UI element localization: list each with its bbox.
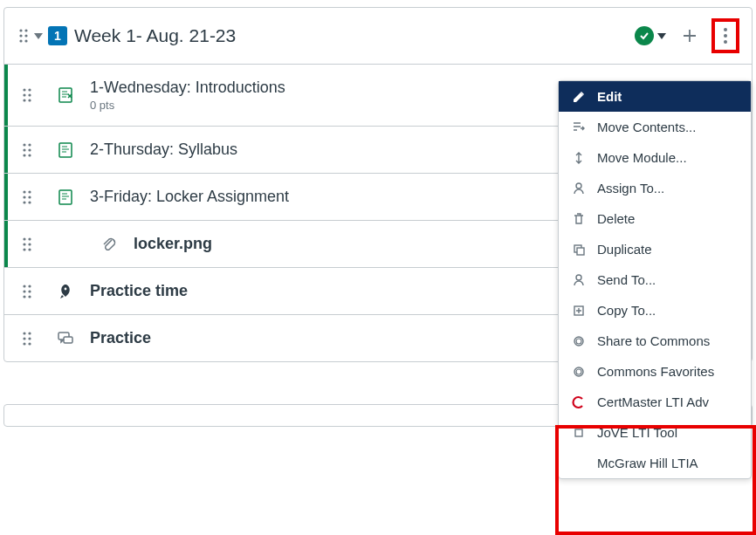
add-item-button[interactable] — [682, 28, 698, 44]
drag-handle-icon[interactable] — [18, 28, 34, 44]
svg-point-5 — [24, 39, 27, 42]
menu-label: Commons Favorites — [597, 364, 714, 379]
svg-point-28 — [28, 201, 31, 203]
commons-icon — [571, 365, 587, 379]
svg-point-11 — [23, 93, 25, 96]
drag-handle-icon[interactable] — [22, 189, 38, 205]
chevron-down-icon — [657, 31, 666, 40]
svg-point-18 — [23, 148, 25, 151]
svg-point-35 — [28, 248, 31, 250]
svg-point-42 — [65, 287, 67, 290]
check-circle-icon — [635, 26, 654, 45]
menu-item-assign-to[interactable]: Assign To... — [559, 173, 751, 203]
item-title: Practice — [90, 329, 151, 347]
drag-handle-icon[interactable] — [22, 142, 38, 158]
menu-label: Duplicate — [597, 242, 652, 257]
svg-point-34 — [23, 248, 25, 250]
svg-point-40 — [23, 295, 25, 298]
trash-icon — [571, 212, 587, 226]
item-body: 1-Wednesday: Introductions 0 pts — [90, 79, 285, 112]
drag-handle-icon[interactable] — [22, 284, 38, 299]
menu-label: CertMaster LTI Adv — [597, 394, 709, 409]
svg-point-45 — [23, 337, 25, 340]
page-icon — [53, 86, 78, 104]
svg-point-30 — [23, 237, 25, 240]
svg-point-16 — [23, 143, 25, 146]
published-status[interactable] — [635, 26, 666, 45]
commons-icon — [571, 334, 587, 348]
module-options-button[interactable] — [713, 20, 738, 51]
move-module-icon — [571, 151, 587, 165]
module-options-menu: Edit Move Contents... Move Module... Ass… — [558, 80, 752, 479]
menu-label: Move Contents... — [597, 120, 696, 134]
module-header: 1 Week 1- Aug. 21-23 — [4, 8, 752, 65]
menu-item-move-contents[interactable]: Move Contents... — [559, 112, 751, 142]
svg-point-6 — [724, 28, 727, 31]
svg-point-9 — [23, 88, 25, 91]
module-title: Week 1- Aug. 21-23 — [74, 25, 236, 46]
menu-item-copy-to[interactable]: Copy To... — [559, 295, 751, 326]
svg-point-44 — [28, 332, 31, 334]
certmaster-icon — [571, 395, 587, 409]
menu-item-move-module[interactable]: Move Module... — [559, 142, 751, 173]
svg-rect-22 — [59, 143, 72, 157]
menu-item-send-to[interactable]: Send To... — [559, 264, 751, 295]
menu-item-delete[interactable]: Delete — [559, 203, 751, 234]
svg-point-26 — [28, 195, 31, 198]
svg-point-46 — [28, 337, 31, 340]
menu-label: Share to Commons — [597, 333, 710, 348]
jove-icon — [571, 426, 587, 440]
drag-handle-icon[interactable] — [22, 331, 38, 346]
module-actions — [635, 20, 738, 51]
menu-label: Edit — [597, 89, 622, 104]
svg-point-54 — [576, 275, 581, 280]
menu-item-edit[interactable]: Edit — [559, 81, 751, 112]
svg-point-25 — [23, 195, 25, 198]
page-icon — [53, 189, 78, 206]
svg-point-4 — [19, 39, 22, 42]
item-title: 3-Friday: Locker Assignment — [90, 188, 289, 206]
user-icon — [571, 273, 587, 287]
collapse-caret-icon[interactable] — [34, 31, 48, 40]
menu-item-jove[interactable]: JoVE LTI Tool — [559, 417, 751, 448]
attachment-icon — [97, 236, 121, 253]
svg-rect-29 — [59, 190, 72, 204]
svg-point-0 — [19, 29, 22, 31]
svg-point-1 — [24, 29, 27, 31]
item-subtitle: 0 pts — [90, 99, 285, 112]
item-body: Practice time — [90, 282, 188, 300]
svg-point-3 — [24, 34, 27, 37]
svg-point-10 — [28, 88, 31, 91]
user-icon — [571, 182, 587, 195]
menu-item-duplicate[interactable]: Duplicate — [559, 234, 751, 264]
item-body: 2-Thursday: Syllabus — [90, 141, 237, 159]
svg-point-14 — [28, 99, 31, 101]
item-title: Practice time — [90, 282, 188, 300]
svg-point-27 — [23, 201, 25, 203]
menu-label: Send To... — [597, 272, 656, 287]
menu-label: Move Module... — [597, 150, 687, 165]
menu-label: McGraw Hill LTIA — [597, 456, 698, 470]
item-body: Practice — [90, 329, 151, 347]
module-number-badge: 1 — [48, 26, 67, 45]
svg-rect-58 — [575, 429, 582, 436]
drag-handle-icon[interactable] — [22, 87, 38, 103]
svg-rect-50 — [64, 337, 72, 343]
menu-item-share-commons[interactable]: Share to Commons — [559, 326, 751, 356]
drag-handle-icon[interactable] — [22, 237, 38, 252]
menu-item-certmaster[interactable]: CertMaster LTI Adv — [559, 387, 751, 417]
menu-label: Assign To... — [597, 181, 664, 195]
svg-point-39 — [28, 290, 31, 292]
menu-item-commons-favorites[interactable]: Commons Favorites — [559, 356, 751, 387]
item-title: 2-Thursday: Syllabus — [90, 141, 237, 159]
item-title: locker.png — [134, 235, 212, 253]
svg-point-24 — [28, 190, 31, 193]
item-body: locker.png — [134, 235, 212, 253]
svg-point-2 — [19, 34, 22, 37]
svg-point-7 — [724, 34, 727, 38]
menu-item-mcgraw[interactable]: McGraw Hill LTIA — [559, 448, 751, 478]
item-body: 3-Friday: Locker Assignment — [90, 188, 289, 206]
menu-label: Copy To... — [597, 303, 656, 318]
svg-point-17 — [28, 143, 31, 146]
svg-point-47 — [23, 342, 25, 345]
